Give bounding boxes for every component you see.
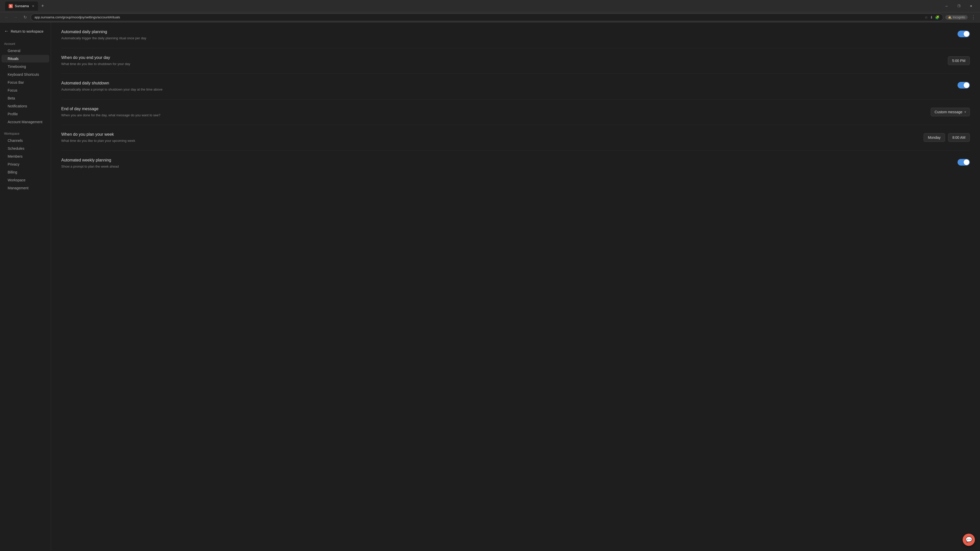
end-of-day-message-title: End of day message bbox=[61, 106, 921, 111]
tab-bar: S Sunsama ✕ + bbox=[5, 2, 939, 11]
active-tab[interactable]: S Sunsama ✕ bbox=[5, 2, 38, 11]
plan-week-title: When do you plan your week bbox=[61, 132, 913, 137]
automated-daily-planning-section: Automated daily planning Automatically t… bbox=[61, 22, 970, 48]
end-day-time-section: When do you end your day What time do yo… bbox=[61, 48, 970, 74]
sidebar: ← Return to workspace Account General Ri… bbox=[0, 22, 51, 551]
download-icon[interactable]: ⬇ bbox=[930, 15, 933, 19]
end-day-time-desc: What time do you like to shutdown for yo… bbox=[61, 62, 938, 67]
sidebar-item-members[interactable]: Members bbox=[2, 152, 49, 160]
end-of-day-message-control: Custom message ▾ bbox=[931, 106, 970, 116]
bookmark-icon[interactable]: ☆ bbox=[924, 15, 928, 19]
sidebar-item-schedules[interactable]: Schedules bbox=[2, 144, 49, 152]
tab-close-button[interactable]: ✕ bbox=[32, 4, 35, 8]
incognito-badge: 🕵 Incognito bbox=[945, 15, 968, 20]
workspace-section-label: Workspace bbox=[0, 130, 51, 137]
automated-daily-shutdown-title: Automated daily shutdown bbox=[61, 81, 947, 86]
forward-button[interactable]: → bbox=[12, 14, 19, 21]
sidebar-item-notifications[interactable]: Notifications bbox=[2, 102, 49, 110]
chevron-down-icon: ▾ bbox=[964, 110, 966, 114]
new-tab-button[interactable]: + bbox=[39, 3, 46, 10]
automated-daily-shutdown-text: Automated daily shutdown Automatically s… bbox=[61, 81, 947, 92]
sidebar-item-profile[interactable]: Profile bbox=[2, 110, 49, 118]
app-container: ← Return to workspace Account General Ri… bbox=[0, 22, 980, 551]
automated-daily-shutdown-control bbox=[958, 81, 970, 89]
plan-week-control: Monday 8:00 AM bbox=[924, 132, 970, 142]
automated-daily-planning-control bbox=[958, 30, 970, 37]
automated-weekly-planning-title: Automated weekly planning bbox=[61, 158, 947, 162]
sidebar-item-general[interactable]: General bbox=[2, 47, 49, 55]
tab-favicon: S bbox=[9, 4, 13, 8]
sidebar-item-keyboard-shortcuts[interactable]: Keyboard Shortcuts bbox=[2, 71, 49, 78]
sidebar-item-billing[interactable]: Billing bbox=[2, 168, 49, 176]
main-content: Automated daily planning Automatically t… bbox=[51, 22, 980, 551]
automated-weekly-planning-section: Automated weekly planning Show a prompt … bbox=[61, 151, 970, 176]
restore-button[interactable]: ❐ bbox=[953, 2, 965, 10]
plan-week-desc: What time do you like to plan your upcom… bbox=[61, 138, 913, 143]
sidebar-item-workspace[interactable]: Workspace bbox=[2, 176, 49, 184]
automated-daily-planning-toggle[interactable] bbox=[958, 30, 970, 37]
end-of-day-message-text: End of day message When you are done for… bbox=[61, 106, 921, 118]
automated-daily-shutdown-section: Automated daily shutdown Automatically s… bbox=[61, 74, 970, 100]
back-button[interactable]: ← bbox=[3, 14, 10, 21]
sidebar-item-privacy[interactable]: Privacy bbox=[2, 160, 49, 168]
plan-week-text: When do you plan your week What time do … bbox=[61, 132, 913, 143]
automated-daily-planning-title: Automated daily planning bbox=[61, 30, 947, 34]
address-bar-row: ← → ↻ app.sunsama.com/group/moodjoy/sett… bbox=[0, 12, 980, 22]
automated-weekly-planning-desc: Show a prompt to plan the week ahead bbox=[61, 164, 947, 169]
sidebar-item-rituals[interactable]: Rituals bbox=[2, 55, 49, 62]
plan-week-section: When do you plan your week What time do … bbox=[61, 125, 970, 151]
tab-label: Sunsama bbox=[15, 4, 29, 8]
sidebar-item-focus[interactable]: Focus bbox=[2, 86, 49, 94]
address-bar[interactable]: app.sunsama.com/group/moodjoy/settings/a… bbox=[30, 14, 943, 21]
address-text: app.sunsama.com/group/moodjoy/settings/a… bbox=[35, 15, 923, 19]
minimize-button[interactable]: ─ bbox=[941, 2, 953, 10]
plan-week-day-button[interactable]: Monday bbox=[924, 133, 945, 142]
sidebar-item-focus-bar[interactable]: Focus Bar bbox=[2, 79, 49, 86]
plan-week-time-button[interactable]: 8:00 AM bbox=[948, 133, 970, 142]
close-button[interactable]: ✕ bbox=[965, 2, 977, 10]
automated-weekly-planning-control bbox=[958, 158, 970, 165]
window-controls: ─ ❐ ✕ bbox=[941, 2, 977, 10]
browser-menu-button[interactable]: ⋮ bbox=[970, 14, 977, 21]
sidebar-item-management[interactable]: Management bbox=[2, 184, 49, 192]
chat-icon: 💬 bbox=[966, 537, 972, 543]
end-day-time-title: When do you end your day bbox=[61, 56, 938, 60]
sidebar-item-timeboxing[interactable]: Timeboxing bbox=[2, 63, 49, 70]
automated-weekly-planning-text: Automated weekly planning Show a prompt … bbox=[61, 158, 947, 169]
return-to-workspace-button[interactable]: ← Return to workspace bbox=[0, 27, 51, 36]
sidebar-item-account-management[interactable]: Account Management bbox=[2, 118, 49, 126]
sidebar-item-beta[interactable]: Beta bbox=[2, 94, 49, 102]
end-day-time-button[interactable]: 5:00 PM bbox=[948, 56, 970, 65]
automated-daily-shutdown-desc: Automatically show a prompt to shutdown … bbox=[61, 87, 947, 92]
incognito-icon: 🕵 bbox=[948, 16, 952, 19]
sidebar-item-channels[interactable]: Channels bbox=[2, 137, 49, 144]
account-section-label: Account bbox=[0, 40, 51, 47]
extensions-icon[interactable]: 🧩 bbox=[935, 15, 939, 19]
end-of-day-message-dropdown[interactable]: Custom message ▾ bbox=[931, 108, 970, 116]
automated-daily-shutdown-toggle[interactable] bbox=[958, 82, 970, 89]
end-day-time-control: 5:00 PM bbox=[948, 56, 970, 65]
return-arrow-icon: ← bbox=[4, 29, 9, 34]
reload-button[interactable]: ↻ bbox=[21, 14, 29, 21]
end-of-day-message-value: Custom message bbox=[935, 110, 963, 114]
end-of-day-message-desc: When you are done for the day, what mess… bbox=[61, 113, 921, 118]
automated-daily-planning-desc: Automatically trigger the daily planning… bbox=[61, 36, 947, 41]
address-icons: ☆ ⬇ 🧩 bbox=[924, 15, 939, 19]
return-label: Return to workspace bbox=[11, 29, 43, 33]
incognito-label: Incognito bbox=[953, 16, 965, 19]
browser-chrome: S Sunsama ✕ + ─ ❐ ✕ bbox=[0, 0, 980, 12]
chat-fab-button[interactable]: 💬 bbox=[963, 534, 975, 546]
automated-daily-planning-text: Automated daily planning Automatically t… bbox=[61, 30, 947, 41]
end-day-time-text: When do you end your day What time do yo… bbox=[61, 56, 938, 67]
automated-weekly-planning-toggle[interactable] bbox=[958, 159, 970, 165]
end-of-day-message-section: End of day message When you are done for… bbox=[61, 100, 970, 125]
